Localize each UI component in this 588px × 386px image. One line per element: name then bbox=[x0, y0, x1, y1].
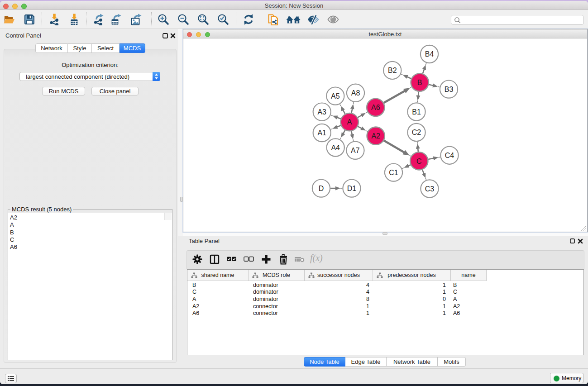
svg-text:C3: C3 bbox=[425, 185, 435, 193]
svg-text:A7: A7 bbox=[351, 147, 360, 154]
svg-text:A: A bbox=[347, 118, 352, 126]
svg-text:D1: D1 bbox=[347, 185, 357, 192]
svg-text:C4: C4 bbox=[445, 152, 454, 159]
svg-text:C2: C2 bbox=[412, 129, 421, 136]
svg-text:A4: A4 bbox=[331, 144, 340, 152]
svg-text:C1: C1 bbox=[389, 169, 398, 176]
svg-text:A8: A8 bbox=[351, 89, 360, 97]
svg-text:B3: B3 bbox=[445, 86, 454, 93]
svg-text:B: B bbox=[417, 79, 422, 86]
svg-text:A1: A1 bbox=[317, 129, 326, 137]
svg-text:A6: A6 bbox=[371, 104, 380, 111]
svg-text:B1: B1 bbox=[412, 108, 421, 116]
svg-text:A2: A2 bbox=[371, 132, 380, 140]
svg-text:D: D bbox=[319, 185, 324, 192]
svg-text:B4: B4 bbox=[425, 50, 434, 58]
svg-text:A3: A3 bbox=[317, 108, 326, 116]
svg-text:B2: B2 bbox=[388, 67, 397, 74]
svg-text:C: C bbox=[416, 157, 422, 165]
svg-text:A5: A5 bbox=[331, 92, 340, 100]
